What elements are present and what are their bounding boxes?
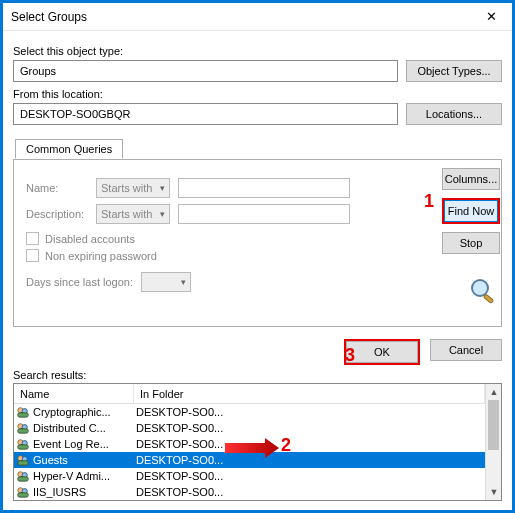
row-folder: DESKTOP-SO0... [136,470,223,482]
non-expiring-label: Non expiring password [45,250,157,262]
name-label: Name: [26,182,88,194]
tab-strip: Common Queries [13,139,502,159]
non-expiring-checkbox[interactable] [26,249,39,262]
stop-button[interactable]: Stop [442,232,500,254]
row-name: Guests [33,454,68,466]
annotation-3: 3 [345,345,355,366]
dialog-body: Select this object type: Groups Object T… [3,31,512,507]
description-label: Description: [26,208,88,220]
column-header-folder[interactable]: In Folder [134,384,485,403]
table-row[interactable]: Distributed C...DESKTOP-SO0... [14,420,485,436]
svg-rect-8 [18,445,28,449]
scroll-up-icon[interactable]: ▲ [486,384,502,400]
right-button-column: Columns... Find Now Stop [442,168,500,306]
annotation-1: 1 [424,191,434,212]
window-title: Select Groups [11,10,87,24]
findnow-annotation-frame: Find Now [442,198,500,224]
disabled-accounts-label: Disabled accounts [45,233,135,245]
table-row[interactable]: IIS_IUSRSDESKTOP-SO0... [14,484,485,500]
days-since-logon-dropdown[interactable]: ▾ [141,272,191,292]
days-since-logon-label: Days since last logon: [26,276,133,288]
locations-button[interactable]: Locations... [406,103,502,125]
results-scrollbar[interactable]: ▲ ▼ [485,384,501,500]
row-folder: DESKTOP-SO0... [136,422,223,434]
table-row[interactable]: Event Log Re...DESKTOP-SO0... [14,436,485,452]
description-input[interactable] [178,204,350,224]
object-type-field[interactable]: Groups [13,60,398,82]
svg-rect-14 [18,477,28,481]
title-bar: Select Groups ✕ [3,3,512,31]
scroll-down-icon[interactable]: ▼ [486,484,502,500]
ok-annotation-frame: OK [344,339,420,365]
svg-rect-19 [483,294,493,303]
find-now-button[interactable]: Find Now [444,200,498,222]
location-label: From this location: [13,88,502,100]
svg-rect-2 [18,413,28,417]
row-folder: DESKTOP-SO0... [136,486,223,498]
table-row[interactable]: Hyper-V Admi...DESKTOP-SO0... [14,468,485,484]
select-groups-dialog: Select Groups ✕ Select this object type:… [0,0,515,513]
row-name: Cryptographic... [33,406,111,418]
object-types-button[interactable]: Object Types... [406,60,502,82]
action-row: OK Cancel [13,339,502,365]
name-input[interactable] [178,178,350,198]
row-folder: DESKTOP-SO0... [136,454,223,466]
row-name: Event Log Re... [33,438,109,450]
column-header-name[interactable]: Name [14,384,134,403]
chevron-down-icon: ▾ [160,209,165,219]
name-mode-dropdown[interactable]: Starts with▾ [96,178,170,198]
svg-rect-11 [18,461,28,465]
description-mode-dropdown[interactable]: Starts with▾ [96,204,170,224]
close-button[interactable]: ✕ [470,3,512,31]
table-row[interactable]: GuestsDESKTOP-SO0... [14,452,485,468]
magnifier-icon [468,276,500,306]
tab-common-queries[interactable]: Common Queries [15,139,123,159]
table-row[interactable]: Cryptographic...DESKTOP-SO0... [14,404,485,420]
columns-button[interactable]: Columns... [442,168,500,190]
row-name: Hyper-V Admi... [33,470,110,482]
results-header: Name In Folder [14,384,485,404]
ok-button[interactable]: OK [346,341,418,363]
row-folder: DESKTOP-SO0... [136,406,223,418]
location-field[interactable]: DESKTOP-SO0GBQR [13,103,398,125]
common-queries-panel: Name: Starts with▾ Description: Starts w… [13,159,502,327]
annotation-2: 2 [281,435,291,456]
row-name: Distributed C... [33,422,106,434]
scroll-thumb[interactable] [488,400,499,450]
row-folder: DESKTOP-SO0... [136,438,223,450]
svg-rect-5 [18,429,28,433]
svg-point-18 [472,280,488,296]
results-list: Name In Folder Cryptographic...DESKTOP-S… [13,383,502,501]
object-type-label: Select this object type: [13,45,502,57]
disabled-accounts-checkbox[interactable] [26,232,39,245]
chevron-down-icon: ▾ [181,277,186,287]
row-name: IIS_IUSRS [33,486,86,498]
cancel-button[interactable]: Cancel [430,339,502,361]
chevron-down-icon: ▾ [160,183,165,193]
search-results-label: Search results: [13,369,502,381]
svg-rect-17 [18,493,28,497]
